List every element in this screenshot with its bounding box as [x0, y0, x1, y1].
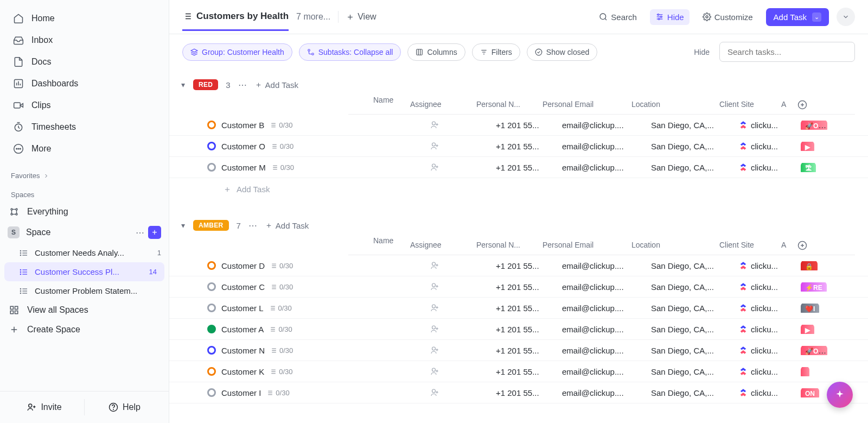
column-location[interactable]: Location: [631, 241, 719, 250]
email-cell[interactable]: email@clickup....: [562, 304, 651, 313]
status-dot[interactable]: [207, 163, 216, 172]
assignee-cell[interactable]: [430, 303, 496, 313]
location-cell[interactable]: San Diego, CA,...: [651, 388, 739, 397]
view-all-spaces[interactable]: View all Spaces: [0, 300, 169, 320]
sidebar-list-item[interactable]: Customer Success Pl... 14: [4, 262, 164, 281]
task-name[interactable]: Customer N: [221, 346, 265, 355]
location-cell[interactable]: San Diego, CA,...: [651, 282, 739, 292]
email-cell[interactable]: email@clickup....: [562, 346, 651, 355]
columns-pill[interactable]: Columns: [407, 43, 465, 61]
task-row[interactable]: Customer M 0/30 +1 201 55... email@click…: [169, 157, 868, 178]
location-cell[interactable]: San Diego, CA,...: [651, 121, 739, 130]
status-dot[interactable]: [207, 121, 216, 129]
assignee-cell[interactable]: [430, 141, 496, 151]
email-cell[interactable]: email@clickup....: [562, 121, 651, 130]
phone-cell[interactable]: +1 201 55...: [496, 325, 562, 334]
status-dot[interactable]: [207, 261, 216, 270]
tag-cell[interactable]: ⚡RE: [801, 282, 833, 292]
customize-button[interactable]: Customize: [697, 9, 758, 25]
location-cell[interactable]: San Diego, CA,...: [651, 325, 739, 334]
column-location[interactable]: Location: [631, 100, 719, 110]
add-list-button[interactable]: +: [148, 226, 161, 239]
invite-button[interactable]: Invite: [4, 397, 84, 418]
nav-dashboard[interactable]: Dashboards: [4, 73, 164, 94]
column-email[interactable]: Personal Email: [542, 100, 631, 110]
status-dot[interactable]: [207, 142, 216, 150]
status-badge[interactable]: RED: [193, 79, 218, 90]
task-row[interactable]: Customer C 0/30 +1 201 55... email@click…: [169, 276, 868, 298]
location-cell[interactable]: San Diego, CA,...: [651, 261, 739, 270]
task-name[interactable]: Customer C: [221, 282, 265, 292]
column-assignee[interactable]: Assignee: [410, 241, 476, 250]
site-cell[interactable]: clicku...: [739, 304, 801, 313]
hide-button[interactable]: Hide: [650, 9, 690, 25]
location-cell[interactable]: San Diego, CA,...: [651, 163, 739, 172]
task-row[interactable]: Customer O 0/30 +1 201 55... email@click…: [169, 136, 868, 157]
task-row[interactable]: Customer N 0/30 +1 201 55... email@click…: [169, 340, 868, 361]
column-name[interactable]: Name: [373, 236, 393, 245]
phone-cell[interactable]: +1 201 55...: [496, 282, 562, 292]
group-more-icon[interactable]: ⋯: [238, 80, 247, 90]
phone-cell[interactable]: +1 201 55...: [496, 163, 562, 172]
help-button[interactable]: Help: [85, 397, 164, 418]
filters-pill[interactable]: Filters: [472, 43, 520, 61]
search-button[interactable]: Search: [593, 9, 642, 25]
subtask-count[interactable]: 0/30: [269, 325, 292, 333]
phone-cell[interactable]: +1 201 55...: [496, 121, 562, 130]
subtask-count[interactable]: 0/30: [270, 283, 293, 291]
tag-cell[interactable]: ▶: [801, 325, 833, 334]
phone-cell[interactable]: +1 201 55...: [496, 304, 562, 313]
task-row[interactable]: Customer B 0/30 +1 201 55... email@click…: [169, 115, 868, 136]
toolbar-hide[interactable]: Hide: [694, 48, 710, 56]
site-cell[interactable]: clicku...: [739, 121, 801, 130]
assignee-cell[interactable]: [430, 388, 496, 397]
create-space[interactable]: Create Space: [0, 320, 169, 339]
column-account[interactable]: A: [781, 100, 797, 110]
task-name[interactable]: Customer I: [221, 388, 261, 397]
task-row[interactable]: Customer K 0/30 +1 201 55... email@click…: [169, 361, 868, 382]
subtask-count[interactable]: 0/30: [270, 262, 293, 270]
task-name[interactable]: Customer D: [221, 261, 265, 270]
site-cell[interactable]: clicku...: [739, 163, 801, 172]
collapse-icon[interactable]: ▾: [181, 80, 185, 89]
tag-cell[interactable]: 🚀ON: [801, 346, 833, 355]
location-cell[interactable]: San Diego, CA,...: [651, 304, 739, 313]
nav-inbox[interactable]: Inbox: [4, 29, 164, 51]
tag-cell[interactable]: 🚀ON: [801, 121, 833, 130]
subtask-count[interactable]: 0/30: [270, 346, 293, 355]
task-name[interactable]: Customer K: [221, 367, 264, 376]
collapse-icon[interactable]: ▾: [181, 221, 185, 230]
column-account[interactable]: A: [781, 241, 797, 250]
column-phone[interactable]: Personal N...: [476, 100, 542, 110]
phone-cell[interactable]: +1 201 55...: [496, 388, 562, 397]
column-phone[interactable]: Personal N...: [476, 241, 542, 250]
assignee-cell[interactable]: [430, 162, 496, 172]
show-closed-pill[interactable]: Show closed: [527, 43, 597, 61]
site-cell[interactable]: clicku...: [739, 282, 801, 292]
column-name[interactable]: Name: [373, 96, 393, 104]
status-dot[interactable]: [207, 346, 216, 355]
add-column-button[interactable]: [797, 241, 810, 250]
subtasks-pill[interactable]: Subtasks: Collapse all: [299, 43, 401, 61]
task-name[interactable]: Customer B: [221, 121, 264, 130]
tag-cell[interactable]: ❤️I: [801, 304, 833, 313]
add-task-row[interactable]: Add Task: [169, 178, 868, 200]
site-cell[interactable]: clicku...: [739, 325, 801, 334]
nav-timesheet[interactable]: Timesheets: [4, 116, 164, 138]
phone-cell[interactable]: +1 201 55...: [496, 142, 562, 151]
assignee-cell[interactable]: [430, 345, 496, 355]
phone-cell[interactable]: +1 201 55...: [496, 261, 562, 270]
subtask-count[interactable]: 0/30: [271, 142, 293, 150]
email-cell[interactable]: email@clickup....: [562, 367, 651, 376]
tag-cell[interactable]: 🏝: [801, 163, 833, 172]
space-more-icon[interactable]: ⋯: [136, 228, 145, 238]
subtask-count[interactable]: 0/30: [271, 163, 294, 172]
assignee-cell[interactable]: [430, 367, 496, 376]
column-site[interactable]: Client Site: [719, 241, 781, 250]
phone-cell[interactable]: +1 201 55...: [496, 346, 562, 355]
email-cell[interactable]: email@clickup....: [562, 142, 651, 151]
phone-cell[interactable]: +1 201 55...: [496, 367, 562, 376]
column-email[interactable]: Personal Email: [542, 241, 631, 250]
subtask-count[interactable]: 0/30: [266, 389, 289, 397]
status-badge[interactable]: AMBER: [193, 220, 229, 231]
